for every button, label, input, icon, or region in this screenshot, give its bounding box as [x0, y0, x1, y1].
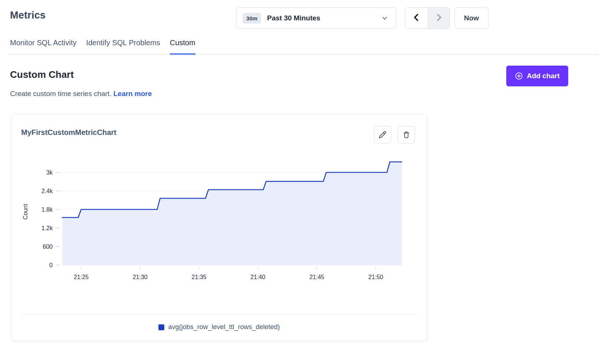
svg-text:2.4k: 2.4k [42, 188, 53, 194]
previous-timewindow-button[interactable] [405, 8, 428, 29]
plus-circle-icon [515, 72, 523, 80]
metrics-tabs: Monitor SQL Activity Identify SQL Proble… [10, 39, 195, 55]
section-title: Custom Chart [10, 69, 74, 80]
chevron-left-icon [412, 13, 421, 23]
svg-text:1.2k: 1.2k [42, 225, 53, 231]
time-range-badge: 30m [243, 13, 261, 24]
legend-label: avg(jobs_row_level_ttl_rows_deleted) [168, 323, 280, 331]
now-button[interactable]: Now [454, 7, 488, 29]
pencil-icon [379, 131, 386, 139]
section-description-text: Create custom time series chart. [10, 90, 111, 97]
svg-text:21:35: 21:35 [192, 274, 207, 280]
chevron-right-icon [435, 13, 443, 23]
svg-text:21:45: 21:45 [309, 274, 324, 280]
svg-text:3k: 3k [46, 169, 53, 176]
time-range-label: Past 30 Minutes [267, 14, 320, 22]
svg-text:21:50: 21:50 [368, 274, 383, 280]
tab-identify-sql-problems[interactable]: Identify SQL Problems [86, 39, 160, 55]
svg-text:21:25: 21:25 [74, 274, 89, 280]
time-range-dropdown[interactable]: 30m Past 30 Minutes [236, 7, 396, 29]
tab-custom[interactable]: Custom [170, 39, 195, 55]
legend-swatch [158, 324, 164, 330]
chevron-down-icon [382, 15, 388, 21]
tab-monitor-sql-activity[interactable]: Monitor SQL Activity [10, 39, 76, 55]
svg-text:Count: Count [22, 203, 29, 219]
next-timewindow-button[interactable] [428, 8, 450, 29]
edit-chart-button[interactable] [374, 126, 391, 143]
trash-icon [402, 131, 410, 139]
svg-text:0: 0 [49, 262, 53, 268]
page-title: Metrics [10, 10, 46, 21]
svg-text:21:30: 21:30 [133, 274, 148, 280]
card-divider [21, 314, 417, 315]
add-chart-button[interactable]: Add chart [506, 66, 568, 86]
section-description: Create custom time series chart. Learn m… [10, 90, 152, 98]
add-chart-label: Add chart [527, 72, 560, 80]
tabs-divider [9, 54, 598, 54]
chart-title: MyFirstCustomMetricChart [21, 128, 116, 137]
delete-chart-button[interactable] [398, 126, 415, 143]
chart-legend: avg(jobs_row_level_ttl_rows_deleted) [11, 323, 427, 331]
time-nav-group [405, 7, 450, 29]
svg-text:21:40: 21:40 [250, 274, 265, 280]
svg-text:600: 600 [43, 244, 53, 250]
learn-more-link[interactable]: Learn more [113, 90, 152, 97]
timeseries-chart: 06001.2k1.8k2.4k3k21:2521:3021:3521:4021… [22, 156, 423, 284]
svg-text:1.8k: 1.8k [42, 206, 53, 213]
